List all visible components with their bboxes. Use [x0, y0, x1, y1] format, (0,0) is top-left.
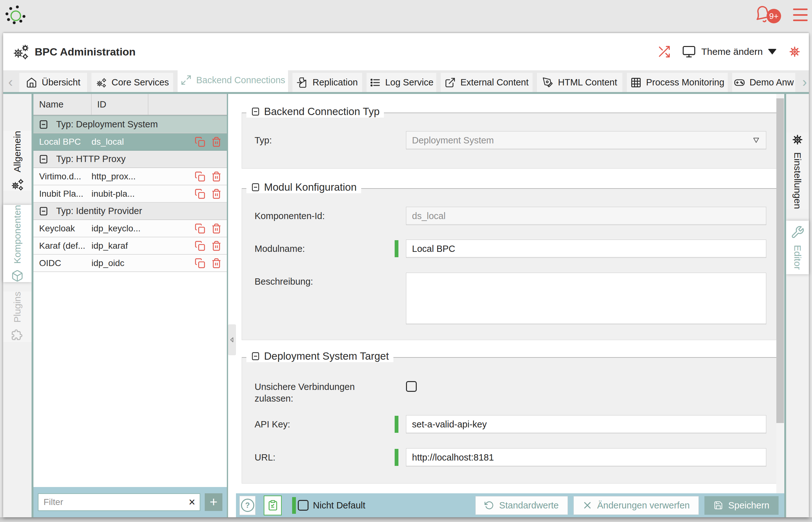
copy-icon[interactable] [195, 171, 205, 182]
komponenten-id-field[interactable] [406, 207, 766, 225]
save-icon [714, 501, 723, 510]
help-button[interactable]: ? [239, 496, 255, 515]
typ-select[interactable]: Deployment System [406, 131, 766, 149]
collapse-minus-icon[interactable] [251, 352, 260, 361]
collapse-minus-icon[interactable] [251, 107, 260, 116]
beschreibung-field[interactable] [406, 273, 766, 324]
right-tab-einstellungen[interactable]: Einstellungen [786, 133, 809, 209]
chevron-down-icon [768, 49, 777, 55]
window-titlebar: BPC Administration Theme ändern [3, 33, 809, 70]
tab-replication[interactable]: Replication [292, 73, 362, 92]
nicht-default-checkbox[interactable] [298, 500, 309, 511]
url-field[interactable] [406, 448, 766, 466]
triangle-left-icon [229, 336, 235, 344]
table-row[interactable]: Virtimo.d... http_prox... [34, 168, 227, 185]
copy-icon[interactable] [195, 137, 205, 147]
tab-demo-anwendung[interactable]: Demo Anw [732, 73, 795, 92]
modified-indicator [395, 416, 399, 433]
add-connection-button[interactable]: + [205, 493, 223, 511]
trash-icon[interactable] [211, 258, 222, 268]
notifications-button[interactable]: 9+ [754, 4, 781, 26]
beschreibung-label: Beschreibung: [255, 276, 395, 287]
tab-external-content[interactable]: External Content [441, 73, 533, 92]
group-row-identity-provider[interactable]: Typ: Identity Provider [34, 203, 227, 220]
monitor-icon [682, 45, 696, 59]
changelog-button[interactable] [264, 496, 282, 515]
collapse-minus-icon[interactable] [38, 206, 49, 216]
dropdown-triangle-icon [752, 137, 760, 144]
section-title: Deployment System Target [264, 350, 389, 362]
table-grid-icon [630, 77, 642, 88]
table-row[interactable]: Local BPC ds_local [34, 133, 227, 151]
trash-icon[interactable] [211, 171, 222, 182]
tab-log-service[interactable]: Log Service [367, 73, 436, 92]
collapse-panel-handle[interactable] [228, 324, 236, 355]
table-row[interactable]: OIDC idp_oidc [34, 255, 227, 272]
collapse-minus-icon[interactable] [251, 182, 260, 192]
aenderungen-verwerfen-button[interactable]: Änderungen verwerfen [574, 496, 699, 515]
tab-html-content[interactable]: HTML Content [537, 73, 622, 92]
table-row[interactable]: Karaf (def... idp_karaf [34, 237, 227, 255]
modified-indicator [292, 497, 296, 514]
hamburger-menu-icon[interactable] [793, 8, 808, 21]
trash-icon[interactable] [211, 188, 222, 199]
section-title: Modul Konfiguration [264, 181, 357, 193]
theme-switcher[interactable]: Theme ändern [682, 45, 777, 59]
gears-icon [12, 44, 30, 60]
expand-arrows-icon [180, 74, 192, 86]
sidebar-tab-allgemein[interactable]: Allgemein [3, 131, 32, 191]
speichern-button[interactable]: Speichern [704, 496, 778, 515]
standardwerte-button[interactable]: Standardwerte [476, 496, 568, 515]
unsichere-verbindungen-label: Unsichere Verbindungen zulassen: [255, 381, 395, 404]
url-label: URL: [255, 452, 395, 463]
document-arrow-icon [297, 77, 308, 88]
filter-input[interactable] [43, 497, 189, 507]
table-row[interactable]: Inubit Pla... inubit-pla... [34, 185, 227, 203]
group-row-http-proxy[interactable]: Typ: HTTP Proxy [34, 151, 227, 168]
api-key-field[interactable] [406, 415, 766, 434]
gears-icon [11, 178, 24, 191]
trash-icon[interactable] [211, 223, 222, 234]
collapse-minus-icon[interactable] [38, 154, 49, 164]
connections-table: Name ID Typ: Deployment System Local BPC… [34, 94, 227, 517]
copy-icon[interactable] [195, 241, 205, 251]
right-tab-editor[interactable]: Editor [786, 221, 809, 274]
typ-label: Typ: [255, 135, 395, 146]
shuffle-icon[interactable] [657, 45, 671, 59]
section-backend-connection-typ: Backend Connection Typ Typ: Deployment S… [241, 113, 777, 169]
vertical-scrollbar[interactable] [776, 94, 784, 493]
group-row-deployment-system[interactable]: Typ: Deployment System [34, 115, 227, 133]
collapse-minus-icon[interactable] [38, 119, 49, 129]
tab-uebersicht[interactable]: Übersicht [19, 73, 87, 92]
cube-icon [11, 269, 24, 282]
scrollbar-thumb[interactable] [776, 98, 784, 423]
form-footer-bar: ? Nicht Default Standardwerte [236, 493, 786, 517]
modulname-label: Modulname: [255, 243, 395, 255]
home-icon [26, 77, 37, 88]
tab-scroll-left[interactable]: ‹ [8, 73, 13, 91]
tab-process-monitoring[interactable]: Process Monitoring [627, 73, 728, 92]
gamepad-icon [734, 77, 745, 88]
copy-icon[interactable] [195, 223, 205, 234]
table-row[interactable]: Keycloak idp_keyclo... [34, 220, 227, 237]
detail-form-panel: Backend Connection Typ Typ: Deployment S… [236, 94, 786, 517]
komponenten-id-label: Komponenten-Id: [255, 210, 395, 222]
trash-icon[interactable] [211, 137, 222, 147]
copy-icon[interactable] [195, 258, 205, 268]
modulname-field[interactable] [406, 240, 766, 258]
column-header-id[interactable]: ID [92, 94, 148, 115]
virtimo-logo [4, 4, 26, 26]
column-header-name[interactable]: Name [34, 94, 92, 115]
sidebar-tab-komponenten[interactable]: Komponenten [3, 205, 32, 282]
trash-icon[interactable] [211, 241, 222, 251]
clear-filter-icon[interactable]: × [189, 497, 195, 508]
api-key-label: API Key: [255, 419, 395, 430]
tab-backend-connections[interactable]: Backend Connections [178, 70, 288, 92]
tab-core-services[interactable]: Core Services [92, 73, 173, 92]
copy-icon[interactable] [195, 188, 205, 199]
settings-gear-button[interactable] [787, 44, 802, 59]
unsichere-verbindungen-checkbox[interactable] [406, 381, 417, 392]
sidebar-tab-plugins[interactable]: Plugins [3, 292, 32, 342]
tab-scroll-right[interactable]: › [802, 73, 807, 91]
theme-label: Theme ändern [701, 46, 763, 57]
